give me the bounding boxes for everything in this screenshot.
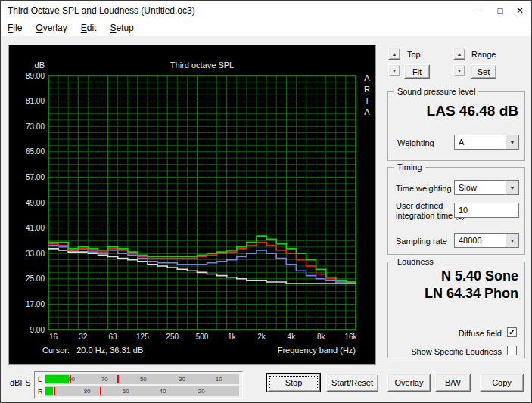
svg-text:8k: 8k [317, 333, 326, 341]
meter-fill [45, 387, 53, 395]
meter-scale-label: -70 [99, 374, 108, 384]
fit-button[interactable]: Fit [404, 64, 430, 79]
app-window: Third Octave SPL and Loudness (Untitled.… [0, 0, 532, 403]
maximize-icon[interactable]: □ [490, 1, 510, 20]
range-label: Range [471, 50, 496, 59]
specific-loudness-label: Show Specific Loudness [411, 347, 502, 356]
svg-text:41.00: 41.00 [26, 224, 45, 232]
svg-text:17.00: 17.00 [26, 300, 45, 308]
time-weighting-label: Time weighting [396, 184, 452, 193]
meter-scale-label: -30 [176, 374, 185, 384]
y-axis-unit-label: dB [9, 60, 45, 70]
meter-scale-label: -60 [120, 386, 129, 396]
integration-time-input[interactable] [454, 203, 519, 218]
meter-scale-label: -10 [213, 374, 222, 384]
svg-text:25.00: 25.00 [26, 274, 45, 283]
range-down-button[interactable]: ▼ [453, 64, 465, 76]
integration-label-line1: User defined [396, 201, 443, 210]
top-label: Top [407, 50, 421, 59]
chevron-down-icon: ▼ [506, 135, 518, 149]
svg-text:500: 500 [196, 333, 209, 341]
close-icon[interactable]: ✕ [510, 1, 530, 20]
svg-text:125: 125 [136, 333, 149, 341]
svg-text:4k: 4k [288, 333, 297, 341]
menu-overlay[interactable]: Overlay [29, 20, 73, 36]
phon-reading: LN 64.34 Phon [388, 286, 524, 302]
meter-channel-label: L [38, 376, 45, 383]
chart-title: Third octave SPL [48, 60, 356, 70]
chevron-down-icon: ▼ [506, 234, 518, 247]
range-up-button[interactable]: ▲ [453, 48, 465, 60]
dbfs-label: dBFS [10, 378, 31, 387]
menu-setup[interactable]: Setup [103, 20, 140, 36]
window-controls: – □ ✕ [471, 1, 530, 20]
top-up-button[interactable]: ▲ [388, 48, 400, 60]
specific-loudness-checkbox[interactable] [507, 346, 517, 355]
meter-peak-indicator [100, 387, 101, 395]
loudness-group-title: Loudness [394, 257, 437, 266]
copy-button[interactable]: Copy [480, 374, 524, 392]
spl-reading: LAS 46.48 dB [388, 103, 524, 119]
svg-text:16: 16 [49, 333, 58, 341]
spl-plot[interactable]: 89.0081.0073.0065.0057.0049.0041.0033.00… [9, 45, 375, 364]
meter-scale-label: -50 [138, 374, 147, 384]
svg-text:2k: 2k [257, 333, 266, 341]
timing-group: Timing Time weighting Slow ▼ User define… [387, 167, 525, 255]
svg-text:49.00: 49.00 [26, 199, 45, 207]
diffuse-field-label: Diffuse field [459, 329, 502, 338]
sampling-rate-value: 48000 [455, 234, 506, 247]
minimize-icon[interactable]: – [471, 1, 490, 20]
meter-scale-label: -90 [66, 374, 75, 384]
stop-button[interactable]: Stop [267, 374, 320, 392]
meter-track-right: -80-60-40-20 [45, 386, 239, 396]
sone-reading: N 5.40 Sone [388, 268, 524, 284]
svg-text:1k: 1k [228, 333, 237, 341]
weighting-label: Weighting [397, 138, 434, 147]
window-title: Third Octave SPL and Loudness (Untitled.… [8, 5, 195, 16]
time-weighting-select[interactable]: Slow ▼ [454, 180, 519, 195]
svg-text:63: 63 [109, 333, 118, 341]
sampling-rate-select[interactable]: 48000 ▼ [454, 233, 519, 248]
svg-text:57.00: 57.00 [26, 173, 45, 181]
meter-row-left: L -90-70-50-30-10 [38, 374, 239, 384]
spl-group-title: Sound pressure level [394, 87, 478, 96]
meter-row-right: R -80-60-40-20 [38, 386, 239, 396]
timing-group-title: Timing [394, 163, 425, 172]
meter-channel-label: R [38, 388, 45, 395]
diffuse-field-checkbox[interactable]: ✓ [507, 327, 517, 337]
chevron-down-icon: ▼ [506, 181, 518, 194]
weighting-select[interactable]: A ▼ [454, 135, 519, 150]
set-button[interactable]: Set [471, 64, 496, 79]
menu-bar: File Overlay Edit Setup [1, 20, 531, 36]
overlay-button[interactable]: Overlay [387, 374, 431, 392]
svg-text:73.00: 73.00 [26, 122, 45, 131]
bw-button[interactable]: B/W [435, 374, 471, 392]
svg-text:33.00: 33.00 [26, 250, 45, 258]
meter-scale-label: -80 [82, 386, 91, 396]
meter-peak-indicator [117, 375, 119, 383]
meter-scale-label: -20 [196, 386, 205, 396]
top-down-button[interactable]: ▼ [388, 64, 400, 76]
sampling-rate-label: Sampling rate [396, 237, 447, 246]
x-axis-label: Frequency band (Hz) [278, 346, 356, 355]
svg-text:250: 250 [166, 333, 179, 341]
arta-watermark: A R T A [362, 73, 372, 118]
meter-track-left: -90-70-50-30-10 [45, 374, 239, 384]
menu-edit[interactable]: Edit [74, 20, 104, 36]
start-reset-button[interactable]: Start/Reset [326, 374, 378, 392]
meter-scale-label: -40 [157, 386, 166, 396]
svg-text:65.00: 65.00 [26, 147, 45, 156]
spl-group: Sound pressure level LAS 46.48 dB Weight… [387, 91, 525, 161]
meter-end-mark [54, 387, 55, 395]
weighting-value: A [455, 135, 506, 149]
spl-chart-panel: 89.0081.0073.0065.0057.0049.0041.0033.00… [8, 45, 376, 365]
svg-text:9.00: 9.00 [30, 326, 45, 334]
time-weighting-value: Slow [455, 181, 506, 194]
menu-file[interactable]: File [1, 20, 29, 36]
svg-text:81.00: 81.00 [26, 97, 45, 105]
svg-text:16k: 16k [344, 333, 357, 341]
title-bar: Third Octave SPL and Loudness (Untitled.… [1, 1, 531, 20]
cursor-readout: Cursor: 20.0 Hz, 36.31 dB [42, 346, 143, 355]
level-meter: L -90-70-50-30-10 R -80-60-40-20 [34, 371, 243, 399]
meter-fill [45, 375, 69, 383]
